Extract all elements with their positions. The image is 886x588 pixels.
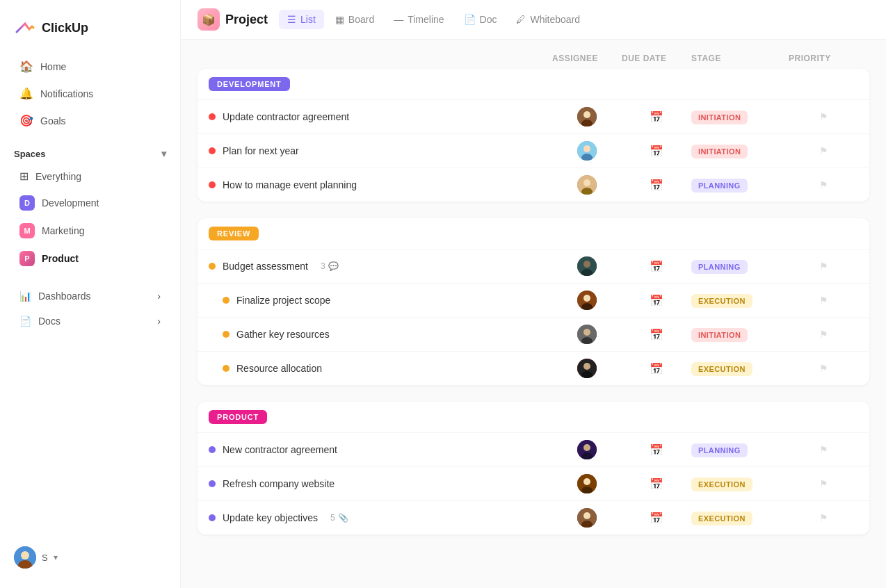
- table-row[interactable]: Budget assessment 3 💬 📅 PLANNING ⚑: [198, 249, 869, 283]
- group-product-badge: PRODUCT: [209, 410, 267, 424]
- task-dot-purple: [209, 446, 216, 453]
- group-product: PRODUCT New contractor agreement 📅 PLANN…: [198, 402, 869, 534]
- tab-board[interactable]: ▦ Board: [327, 10, 382, 29]
- sidebar-item-everything[interactable]: ⊞ Everything: [6, 164, 175, 188]
- due-date-cell: 📅: [622, 328, 691, 341]
- table-row[interactable]: Gather key resources 📅 INITIATION ⚑: [198, 317, 869, 351]
- col-priority: PRIORITY: [789, 54, 858, 63]
- home-icon: 🏠: [19, 60, 33, 73]
- task-left: Gather key resources: [223, 329, 552, 340]
- dashboards-left: 📊 Dashboards: [19, 291, 91, 302]
- tab-doc-label: Doc: [480, 14, 497, 25]
- group-development-badge: DEVELOPMENT: [209, 77, 290, 91]
- priority-cell: ⚑: [789, 512, 858, 523]
- group-product-header: PRODUCT: [198, 402, 869, 432]
- sidebar-item-home-label: Home: [40, 61, 66, 72]
- sidebar-item-notifications[interactable]: 🔔 Notifications: [6, 81, 175, 106]
- spaces-section-header: Spaces ▾: [0, 140, 180, 163]
- task-dot-purple: [209, 480, 216, 487]
- sidebar-item-docs-label: Docs: [38, 316, 61, 327]
- docs-left: 📄 Docs: [19, 316, 61, 327]
- avatar: [577, 291, 597, 310]
- assignee-cell: [552, 325, 622, 344]
- task-name: Plan for next year: [223, 145, 299, 156]
- task-name: Finalize project scope: [236, 295, 330, 306]
- group-review: REVIEW Budget assessment 3 💬 📅: [198, 218, 869, 385]
- svg-point-19: [583, 329, 590, 336]
- table-row[interactable]: How to manage event planning 📅 PLANNING …: [198, 168, 869, 202]
- svg-point-16: [583, 295, 590, 302]
- list-icon: ☰: [287, 14, 296, 25]
- clickup-logo-icon: [14, 17, 36, 39]
- sidebar-item-marketing[interactable]: M Marketing: [6, 218, 175, 244]
- table-row[interactable]: Finalize project scope 📅 EXECUTION ⚑: [198, 283, 869, 317]
- stage-cell: EXECUTION: [691, 362, 789, 375]
- sidebar-item-home[interactable]: 🏠 Home: [6, 54, 175, 79]
- sidebar-footer[interactable]: S ▾: [0, 538, 180, 577]
- sidebar-item-goals[interactable]: 🎯 Goals: [6, 108, 175, 133]
- due-date-cell: 📅: [622, 179, 691, 192]
- table-row[interactable]: Update key objectives 5 📎 📅 EXECUTION ⚑: [198, 500, 869, 534]
- docs-icon: 📄: [19, 316, 31, 327]
- comment-icon: 💬: [328, 261, 339, 271]
- user-avatar: [14, 546, 36, 569]
- task-name: Update key objectives: [223, 512, 318, 523]
- due-date-cell: 📅: [622, 362, 691, 375]
- task-dot-yellow: [223, 331, 229, 338]
- priority-cell: ⚑: [789, 111, 858, 122]
- tab-timeline[interactable]: — Timeline: [385, 10, 452, 29]
- tab-doc[interactable]: 📄 Doc: [456, 10, 506, 29]
- table-row[interactable]: Update contractor agreement 📅 INITIATION…: [198, 99, 869, 133]
- stage-cell: PLANNING: [691, 260, 789, 272]
- group-review-header: REVIEW: [198, 218, 869, 249]
- stage-badge: EXECUTION: [691, 294, 752, 308]
- dashboards-chevron-icon: ›: [157, 291, 161, 302]
- avatar: [577, 474, 597, 493]
- table-row[interactable]: Refresh company website 📅 EXECUTION ⚑: [198, 466, 869, 500]
- avatar: [577, 141, 597, 161]
- due-date-cell: 📅: [622, 512, 691, 525]
- marketing-avatar: M: [19, 223, 35, 238]
- task-dot-yellow: [223, 297, 229, 304]
- stage-cell: EXECUTION: [691, 512, 789, 524]
- task-dot-yellow: [223, 365, 229, 372]
- sidebar-item-development[interactable]: D Development: [6, 190, 175, 216]
- sidebar-item-marketing-label: Marketing: [42, 225, 84, 236]
- tab-list[interactable]: ☰ List: [279, 10, 324, 29]
- tab-whiteboard[interactable]: 🖊 Whiteboard: [508, 10, 588, 29]
- task-dot-purple: [209, 514, 216, 521]
- table-row[interactable]: Plan for next year 📅 INITIATION ⚑: [198, 133, 869, 168]
- stage-cell: PLANNING: [691, 443, 789, 456]
- task-name: New contractor agreement: [223, 444, 337, 455]
- avatar: [577, 256, 597, 276]
- goals-icon: 🎯: [19, 114, 33, 127]
- sidebar-item-everything-label: Everything: [35, 171, 81, 182]
- group-review-badge: REVIEW: [209, 227, 259, 240]
- task-dot-red: [209, 113, 216, 120]
- task-left: Budget assessment 3 💬: [209, 261, 552, 272]
- stage-cell: INITIATION: [691, 145, 789, 157]
- table-headers: ASSIGNEE DUE DATE STAGE PRIORITY: [198, 54, 869, 69]
- assignee-cell: [552, 107, 622, 126]
- stage-badge: EXECUTION: [691, 362, 752, 376]
- task-left: Update key objectives 5 📎: [209, 512, 552, 523]
- stage-badge: INITIATION: [691, 328, 748, 342]
- user-menu-chevron-icon[interactable]: ▾: [54, 553, 58, 562]
- sidebar: ClickUp 🏠 Home 🔔 Notifications 🎯 Goals S…: [0, 0, 181, 588]
- table-row[interactable]: New contractor agreement 📅 PLANNING ⚑: [198, 432, 869, 466]
- sidebar-item-dashboards[interactable]: 📊 Dashboards ›: [6, 284, 175, 308]
- stage-cell: PLANNING: [691, 179, 789, 191]
- sidebar-item-docs[interactable]: 📄 Docs ›: [6, 309, 175, 333]
- task-name: How to manage event planning: [223, 179, 357, 190]
- table-row[interactable]: Resource allocation 📅 EXECUTION ⚑: [198, 351, 869, 385]
- spaces-toggle-icon[interactable]: ▾: [161, 148, 166, 159]
- avatar: [577, 175, 597, 195]
- sidebar-item-product[interactable]: P Product: [6, 245, 175, 272]
- task-left: Resource allocation: [223, 363, 552, 374]
- due-date-cell: 📅: [622, 477, 691, 491]
- user-face-svg: [14, 546, 36, 569]
- main-content: 📦 Project ☰ List ▦ Board — Timeline 📄 Do…: [181, 0, 886, 588]
- avatar: [577, 107, 597, 126]
- task-dot-red: [209, 147, 216, 154]
- task-left: How to manage event planning: [209, 179, 552, 190]
